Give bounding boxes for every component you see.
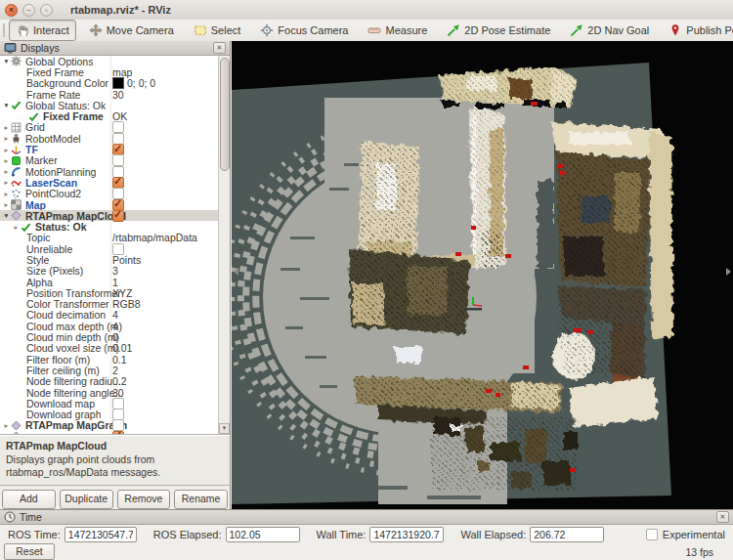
- tree-row-cloud-decimation[interactable]: Cloud decimation4: [0, 310, 230, 321]
- duplicate-display-button[interactable]: Duplicate: [60, 490, 113, 509]
- window-maximize-button[interactable]: ▫: [40, 4, 53, 17]
- tree-row-cloud-min-depth[interactable]: Cloud min depth (m)0: [0, 331, 230, 342]
- tree-row-download-map[interactable]: Download map: [0, 398, 230, 409]
- pointcloud-bottom-debris: [432, 417, 579, 491]
- move-camera-icon: [89, 23, 103, 37]
- tool-2d-nav-goal[interactable]: 2D Nav Goal: [563, 20, 656, 41]
- tree-row-filter-ceiling[interactable]: Filter ceiling (m)2: [0, 365, 230, 375]
- window-close-button[interactable]: ×: [5, 4, 18, 17]
- marker-checkbox[interactable]: [112, 154, 124, 166]
- window-minimize-button[interactable]: −: [22, 4, 35, 17]
- render-viewport[interactable]: [232, 41, 733, 509]
- laserscan-icon: [11, 177, 22, 188]
- motionplanning-icon: [11, 166, 22, 177]
- tree-row-grid[interactable]: Grid: [0, 122, 230, 133]
- pointcloud-icon: [11, 189, 22, 199]
- ros-time-field[interactable]: [65, 527, 137, 542]
- tree-scrollbar-thumb[interactable]: [220, 58, 230, 171]
- tree-scroll-down-icon[interactable]: ▼: [219, 423, 230, 434]
- tf-axes-icon: [11, 145, 22, 155]
- tree-row-fixed-frame-status[interactable]: Fixed FrameOK: [0, 110, 230, 121]
- tree-row-fixed-frame[interactable]: Fixed Framemap: [0, 66, 230, 77]
- wall-elapsed-field[interactable]: [530, 527, 604, 542]
- ros-time-label: ROS Time:: [8, 529, 61, 540]
- pose-estimate-arrow-icon: [447, 23, 460, 37]
- displays-panel-icon: [4, 42, 17, 55]
- tool-2d-pose-estimate[interactable]: 2D Pose Estimate: [440, 20, 557, 41]
- tree-row-alpha[interactable]: Alpha1: [0, 277, 230, 287]
- pointcloud-left-shelf: [359, 142, 419, 261]
- window-title: rtabmap.rviz* - RViz: [70, 4, 171, 16]
- tool-select[interactable]: Select: [187, 20, 248, 41]
- tree-row-color-transformer[interactable]: Color TransformerRGB8: [0, 299, 230, 310]
- tree-row-node-filtering-angle[interactable]: Node filtering angle...30: [0, 387, 230, 398]
- fps-counter: 13 fps: [685, 546, 713, 558]
- tree-row-global-status[interactable]: Global Status: Ok: [0, 100, 230, 110]
- tree-row-cloud-max-depth[interactable]: Cloud max depth (m)4: [0, 321, 230, 331]
- displays-panel-header[interactable]: Displays ✕: [0, 41, 230, 56]
- status-ok-icon: [11, 100, 22, 110]
- tree-row-marker[interactable]: Marker: [0, 155, 230, 166]
- tree-row-tf[interactable]: TF: [0, 144, 230, 154]
- tree-row-partial[interactable]: [0, 431, 230, 435]
- tree-row-rtabmap-mapcloud[interactable]: RTAPmap MapCloud: [0, 210, 230, 221]
- tree-row-node-filtering-radius[interactable]: Node filtering radiu...0.2: [0, 376, 230, 387]
- map-icon: [11, 199, 22, 210]
- experimental-checkbox[interactable]: [646, 529, 658, 540]
- tree-row-topic[interactable]: Topic/rtabmap/mapData: [0, 233, 230, 243]
- robot-icon: [11, 133, 22, 144]
- remove-display-button[interactable]: Remove: [117, 490, 171, 509]
- tree-scrollbar[interactable]: [218, 56, 230, 434]
- toolbar-handle[interactable]: [3, 23, 5, 37]
- download-map-checkbox[interactable]: [112, 398, 124, 409]
- tool-publish-point[interactable]: Publish Point: [662, 20, 733, 41]
- tool-focus-camera[interactable]: Focus Camera: [253, 20, 355, 41]
- time-fields-row: ROS Time: ROS Elapsed: Wall Time: Wall E…: [0, 525, 733, 543]
- focus-crosshair-icon: [260, 23, 274, 37]
- tree-row-laserscan[interactable]: LaserScan: [0, 177, 230, 188]
- partial-row-checkbox[interactable]: [112, 431, 124, 435]
- experimental-label: Experimental: [663, 529, 725, 540]
- wall-elapsed-label: Wall Elapsed:: [460, 529, 526, 540]
- displays-panel-title: Displays: [21, 42, 60, 54]
- time-panel-header[interactable]: Time ✕: [0, 510, 733, 525]
- description-title: RTAPmap MapCloud: [6, 440, 224, 452]
- tree-row-cloud-voxel-size[interactable]: Cloud voxel size (m)0.01: [0, 343, 230, 354]
- displays-tree: Global Options Fixed Framemap Background…: [0, 56, 230, 435]
- tree-row-unreliable[interactable]: Unreliable: [0, 243, 230, 254]
- laserscan-checkbox[interactable]: [112, 177, 124, 189]
- tool-measure[interactable]: Measure: [361, 20, 434, 41]
- tree-row-position-transformer[interactable]: Position TransformerXYZ: [0, 287, 230, 298]
- measure-ruler-icon: [367, 23, 381, 37]
- reset-button[interactable]: Reset: [4, 543, 55, 560]
- status-ok-icon: [21, 222, 31, 233]
- tool-interact[interactable]: Interact: [9, 20, 76, 41]
- grid-checkbox[interactable]: [112, 121, 124, 133]
- tree-row-global-options[interactable]: Global Options: [0, 56, 230, 66]
- mapcloud-checkbox[interactable]: [112, 210, 124, 222]
- tree-row-background-color[interactable]: Background Color0; 0; 0: [0, 78, 230, 89]
- tree-row-size-pixels[interactable]: Size (Pixels)3: [0, 266, 230, 277]
- wall-time-field[interactable]: [369, 527, 444, 542]
- unreliable-checkbox[interactable]: [112, 243, 124, 255]
- tool-move-camera[interactable]: Move Camera: [82, 20, 181, 41]
- pointcloud-scene: [232, 41, 733, 509]
- time-close-icon[interactable]: ✕: [716, 511, 729, 523]
- mapgraph-diamond-icon: [11, 420, 22, 431]
- display-diamond-icon: [11, 431, 22, 435]
- title-bar: × − ▫ rtabmap.rviz* - RViz: [0, 0, 733, 21]
- displays-close-icon[interactable]: ✕: [213, 42, 226, 54]
- ros-elapsed-field[interactable]: [226, 527, 300, 542]
- tree-row-frame-rate[interactable]: Frame Rate30: [0, 89, 230, 100]
- displays-panel: Displays ✕ Global Options Fixed Framemap…: [0, 41, 231, 509]
- tf-checkbox[interactable]: [112, 144, 124, 155]
- add-display-button[interactable]: Add: [2, 490, 56, 509]
- rename-display-button[interactable]: Rename: [174, 490, 228, 509]
- tree-row-style[interactable]: StylePoints: [0, 254, 230, 265]
- status-ok-icon: [28, 111, 39, 122]
- tree-row-filter-floor[interactable]: Filter floor (m)0.1: [0, 354, 230, 365]
- tree-row-mapcloud-status[interactable]: Status: Ok: [0, 221, 230, 232]
- mapcloud-diamond-icon: [11, 210, 22, 221]
- tree-row-download-graph[interactable]: Download graph: [0, 409, 230, 420]
- download-graph-checkbox[interactable]: [112, 409, 124, 420]
